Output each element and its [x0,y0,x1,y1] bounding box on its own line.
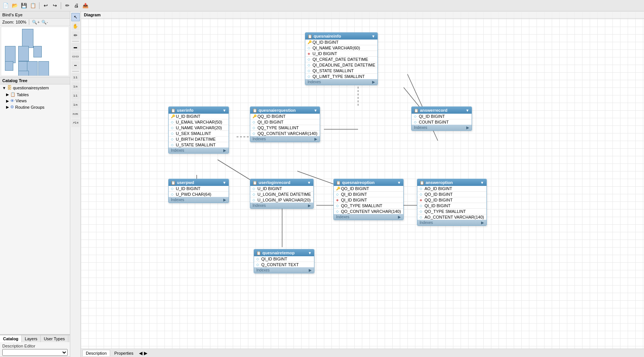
rel-nm-button[interactable]: n:m [71,109,80,118]
answeroption-footer[interactable]: Indexes ▶ [417,220,486,225]
table-quesnairetemop[interactable]: 📋 quesnairetemop ▼ ◇QI_ID BIGINT ◇Q_CONT… [254,249,314,273]
redo-button[interactable]: ↪ [51,2,59,10]
left-tabs: Catalog Layers User Types [0,335,70,342]
qi-id-qt-text: QI_ID BIGINT [261,257,287,261]
quesnaierquestion-body: 🔑QQ_ID BIGINT ◇QI_ID BIGINT ◇QQ_TYPE SMA… [250,114,320,136]
diagram-area[interactable]: Diagram ╦ [81,11,644,357]
rel-1nc-button[interactable]: ↗1:n [71,119,80,127]
table-answeroption[interactable]: 📋 answeroption ▼ ◇AO_ID BIGINT ◇QO_ID BI… [417,179,487,226]
userpwd-expand[interactable]: ▼ [223,181,226,185]
field-qi-id-qt: ◇QI_ID BIGINT [254,256,314,262]
quesnaireoption-footer[interactable]: Indexes ▶ [334,214,403,220]
u-id-ulr-text: U_ID BIGINT [257,186,282,191]
quesnaireinfo-footer[interactable]: Indexes ▶ [305,79,377,85]
tab-description[interactable]: Description [82,350,110,356]
rel-1-1b-button[interactable]: 1:1 [71,91,80,100]
userloginrecord-indexes-expand[interactable]: ▶ [308,203,311,208]
rel-1-nb-button[interactable]: 1:n [71,100,80,109]
tree-root-db[interactable]: ▼ 🗄 questionairesystem [0,84,70,91]
be-userpwd [5,61,13,71]
table-large-button[interactable]: ▪▪ [71,61,80,70]
new-button[interactable]: 📄 [2,2,10,10]
userinfo-expand[interactable]: ▼ [223,108,226,113]
quesnaierquestion-indexes-expand[interactable]: ▶ [314,137,317,141]
quesnairetemop-footer[interactable]: Indexes ▶ [254,267,314,273]
open-button[interactable]: 📂 [11,2,19,10]
userpwd-body: ◇U_ID BIGINT ◇U_PWD CHAR(64) [169,186,229,197]
quesnaireinfo-indexes-expand[interactable]: ▶ [372,80,375,84]
qo-id-ao-text: QO_ID BIGINT [425,192,453,197]
table-quesnaireoption[interactable]: 📋 quesnaireoption ▼ 🔑QO_ID BIGINT ◇QI_ID… [333,179,404,220]
edit-button[interactable]: ✏ [63,2,71,10]
field-qq-type: ◇QQ_TYPE SMALLINT [250,125,320,131]
tree-routines[interactable]: ▶ ⚙ Routine Groups [0,104,70,110]
quesnaierquestion-footer[interactable]: Indexes ▶ [250,136,320,142]
tab-catalog[interactable]: Catalog [0,335,22,342]
userinfo-table-icon: 📋 [171,108,175,113]
field-qi-id-ao: ◇QI_ID BIGINT [417,203,486,209]
rel-1-n-button[interactable]: 1:n [71,82,80,90]
field-qi-id: 🔑QI_ID BIGINT [305,40,377,45]
zoom-value: 100% [16,20,26,24]
userloginrecord-footer[interactable]: Indexes ▶ [250,203,313,208]
table-answerrecord[interactable]: 📋 answerrecord ▼ ◇QI_ID BIGINT ◇COUNT BI… [411,106,472,131]
userpwd-indexes-label: Indexes [171,198,184,202]
select-tool-button[interactable]: ↖ [71,13,80,21]
pk-icon-qq: 🔑 [253,114,256,118]
quesnaierquestion-expand[interactable]: ▼ [314,108,317,113]
quesnaireinfo-body: 🔑QI_ID BIGINT ◇QI_NAME VARCHAR(60) ◈U_ID… [305,40,377,79]
quesnaireoption-table-icon: 📋 [336,181,341,185]
userloginrecord-expand[interactable]: ▼ [307,181,311,185]
quesnaireoption-indexes-expand[interactable]: ▶ [398,215,401,219]
table-quesnaierquestion[interactable]: 📋 quesnaierquestion ▼ 🔑QQ_ID BIGINT ◇QI_… [250,106,320,142]
qo-id-text: QO_ID BIGINT [341,186,369,191]
zoom-out-button[interactable]: 🔍- [41,20,48,25]
tab-user-types[interactable]: User Types [41,335,68,342]
userpwd-footer[interactable]: Indexes ▶ [169,197,229,203]
nav-prev[interactable]: ◀ [139,351,142,356]
tree-tables[interactable]: ▶ 📋 Tables [0,91,70,98]
table-quesnaireinfo[interactable]: 📋 quesnaireinfo ▼ 🔑QI_ID BIGINT ◇QI_NAME… [305,32,378,85]
quesnairetemop-expand[interactable]: ▼ [308,251,312,255]
save-button[interactable]: 💾 [20,2,28,10]
quesnaierquestion-indexes-label: Indexes [253,137,266,141]
answerrecord-name: answerrecord [420,108,447,113]
desc-editor-dropdown[interactable] [2,349,68,356]
table-userinfo[interactable]: 📋 userinfo ▼ 🔑U_ID BIGINT ◇U_EMAIL VARCH… [168,106,229,154]
answeroption-indexes-expand[interactable]: ▶ [481,221,484,225]
answeroption-expand[interactable]: ▼ [480,181,484,185]
fk-icon-ao: ◈ [420,198,423,202]
tree-views-expand: ▶ [6,99,9,103]
save-to-button[interactable]: 📋 [29,2,37,10]
tree-views[interactable]: ▶ 👁 Views [0,98,70,104]
u-birth-text: U_BIRTH DATETIME [176,137,216,141]
table-userloginrecord[interactable]: 📋 userloginrecord ▼ ◇U_ID BIGINT ◇U_LOGI… [250,179,314,209]
print-button[interactable]: 🖨 [72,2,80,10]
tab-layers[interactable]: Layers [22,335,41,342]
nav-next[interactable]: ▶ [144,351,147,356]
userpwd-indexes-expand[interactable]: ▶ [223,198,226,202]
export-button[interactable]: 📤 [81,2,90,10]
quesnaireoption-expand[interactable]: ▼ [397,181,401,185]
tab-properties[interactable]: Properties [111,350,137,357]
quesnairetemop-body: ◇QI_ID BIGINT ◇Q_CONTENT TEXT [254,256,314,267]
quesnaireinfo-expand[interactable]: ▼ [371,34,375,38]
quesnairetemop-indexes-expand[interactable]: ▶ [309,268,312,272]
userinfo-footer[interactable]: Indexes ▶ [169,148,229,153]
hand-tool-button[interactable]: ✋ [71,22,80,30]
answerrecord-indexes-expand[interactable]: ▶ [466,125,469,130]
answeroption-header: 📋 answeroption ▼ [417,179,486,186]
undo-button[interactable]: ↩ [41,2,50,10]
answerrecord-expand[interactable]: ▼ [466,108,469,113]
table-small-button[interactable]: ▬ [71,43,80,51]
table-medium-button[interactable]: ▭▭ [71,52,80,60]
pk-icon-qo: 🔑 [336,187,340,190]
rel-1-1-button[interactable]: 1:1 [71,73,80,81]
userinfo-indexes-expand[interactable]: ▶ [223,148,226,152]
answerrecord-footer[interactable]: Indexes ▶ [412,125,472,130]
rel-1nc-label: ↗1:n [73,121,79,124]
separator-1 [39,2,39,9]
pen-tool-button[interactable]: ✏ [71,31,80,40]
zoom-in-button[interactable]: 🔍+ [32,20,39,25]
table-userpwd[interactable]: 📋 userpwd ▼ ◇U_ID BIGINT ◇U_PWD CHAR(64)… [168,179,229,203]
